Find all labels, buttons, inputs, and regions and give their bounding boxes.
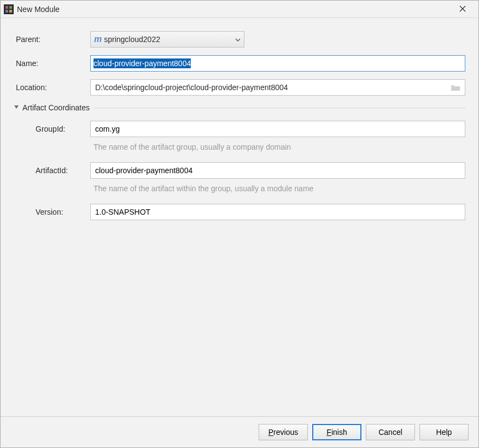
parent-label: Parent:	[14, 35, 90, 44]
parent-combobox[interactable]: m springcloud2022	[90, 31, 244, 48]
groupid-input[interactable]	[90, 121, 465, 137]
version-row: Version:	[14, 204, 465, 220]
dialog-footer: Previous Finish Cancel Help	[1, 416, 478, 447]
location-value: D:\code\springcloud-project\cloud-provid…	[95, 83, 451, 92]
section-divider	[94, 108, 465, 108]
artifactid-input[interactable]	[90, 162, 465, 179]
location-label: Location:	[14, 83, 90, 92]
svg-rect-3	[5, 10, 8, 13]
artifactid-label: ArtifactId:	[14, 166, 90, 175]
previous-button[interactable]: Previous	[259, 424, 308, 440]
cancel-button[interactable]: Cancel	[366, 424, 415, 440]
dialog-window: New Module Parent: m springcloud2022 Nam…	[0, 0, 479, 448]
artifact-section-header[interactable]: Artifact Coordinates	[14, 103, 465, 112]
svg-rect-1	[5, 6, 8, 9]
window-title: New Module	[17, 5, 60, 14]
svg-marker-7	[14, 105, 19, 109]
chevron-down-icon	[14, 104, 19, 111]
version-input[interactable]	[90, 204, 465, 220]
chevron-down-icon	[235, 37, 241, 43]
groupid-row: GroupId:	[14, 121, 465, 137]
name-row: Name: cloud-provider-payment8004	[14, 55, 465, 72]
parent-value: springcloud2022	[104, 35, 235, 44]
close-icon	[459, 5, 466, 12]
svg-rect-2	[9, 6, 12, 9]
dialog-content: Parent: m springcloud2022 Name: cloud-pr…	[1, 18, 478, 416]
name-input[interactable]: cloud-provider-payment8004	[90, 55, 465, 72]
finish-button[interactable]: Finish	[312, 424, 361, 440]
parent-row: Parent: m springcloud2022	[14, 31, 465, 48]
groupid-help: The name of the artifact group, usually …	[14, 143, 465, 151]
location-field[interactable]: D:\code\springcloud-project\cloud-provid…	[90, 79, 465, 96]
groupid-label: GroupId:	[14, 125, 90, 133]
app-icon	[4, 4, 14, 14]
svg-rect-0	[4, 4, 14, 14]
name-value-selection: cloud-provider-payment8004	[94, 58, 191, 68]
version-label: Version:	[14, 208, 90, 216]
title-bar: New Module	[1, 1, 478, 18]
help-button[interactable]: Help	[419, 424, 469, 440]
name-label: Name:	[14, 59, 90, 68]
artifactid-row: ArtifactId:	[14, 162, 465, 179]
maven-icon: m	[94, 34, 102, 44]
artifactid-help: The name of the artifact within the grou…	[14, 184, 465, 193]
svg-rect-4	[9, 10, 12, 13]
browse-folder-icon[interactable]	[451, 82, 460, 92]
artifact-section-label: Artifact Coordinates	[22, 103, 90, 112]
close-button[interactable]	[450, 5, 475, 14]
location-row: Location: D:\code\springcloud-project\cl…	[14, 79, 465, 96]
